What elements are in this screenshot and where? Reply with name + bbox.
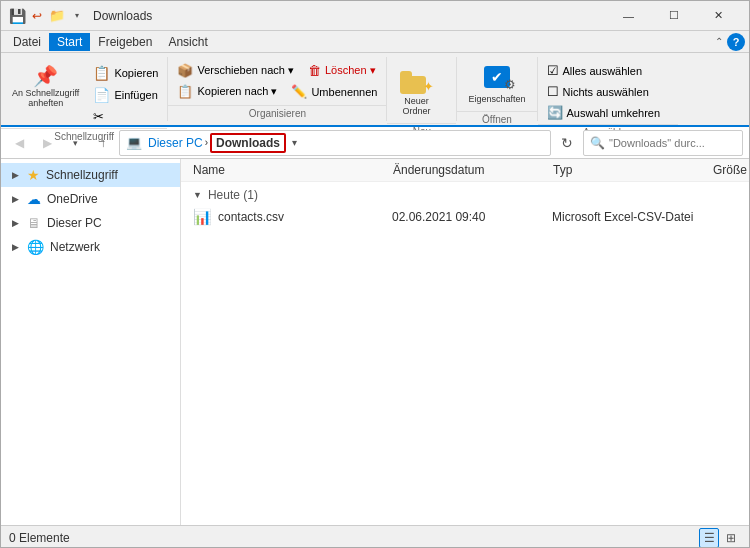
filelist: Name Änderungsdatum Typ Größe ▼ Heute (1… xyxy=(181,159,749,525)
col-header-type[interactable]: Typ xyxy=(553,163,713,177)
umbenennen-button[interactable]: ✏️ Umbenennen xyxy=(286,82,382,101)
menu-ansicht[interactable]: Ansicht xyxy=(160,33,215,51)
cloud-icon: ☁ xyxy=(27,191,41,207)
undo-icon: ↩ xyxy=(29,8,45,24)
verschieben-button[interactable]: 📦 Verschieben nach ▾ xyxy=(172,61,299,80)
sidebar-item-onedrive[interactable]: ▶ ☁ OneDrive xyxy=(1,187,180,211)
sidebar-label-netzwerk: Netzwerk xyxy=(50,240,100,254)
breadcrumb-dropdown-icon[interactable]: ▾ xyxy=(292,137,297,148)
eigenschaften-button[interactable]: ✔ ⚙ Eigenschaften xyxy=(461,61,532,109)
auswahl-umkehren-button[interactable]: 🔄 Auswahl umkehren xyxy=(542,103,674,122)
quick-save-icon: 💾 xyxy=(9,8,25,24)
details-view-button[interactable]: ☰ xyxy=(699,528,719,548)
sidebar-item-netzwerk[interactable]: ▶ 🌐 Netzwerk xyxy=(1,235,180,259)
dropdown-recent-button[interactable]: ▾ xyxy=(63,131,87,155)
sidebar-label-dieser-pc: Dieser PC xyxy=(47,216,102,230)
filelist-header: Name Änderungsdatum Typ Größe xyxy=(181,159,749,182)
breadcrumb-downloads[interactable]: Downloads xyxy=(210,133,286,153)
folder-icon-small: 📁 xyxy=(49,8,65,24)
sidebar-item-dieser-pc[interactable]: ▶ 🖥 Dieser PC xyxy=(1,211,180,235)
sidebar-item-schnellzugriff[interactable]: ▶ ★ Schnellzugriff xyxy=(1,163,180,187)
ribbon-group-label-oeffnen: Öffnen xyxy=(457,111,536,127)
back-button[interactable]: ◀ xyxy=(7,131,31,155)
menu-start[interactable]: Start xyxy=(49,33,90,51)
status-text: 0 Elemente xyxy=(9,531,70,545)
maximize-button[interactable]: ☐ xyxy=(651,1,696,31)
pc-icon-sidebar: 🖥 xyxy=(27,215,41,231)
nichts-auswaehlen-button[interactable]: ☐ Nichts auswählen xyxy=(542,82,674,101)
dropdown-arrow-icon[interactable]: ▾ xyxy=(69,8,85,24)
expand-icon-netzwerk: ▶ xyxy=(9,241,21,253)
ribbon-group-auswaehlen: ☑ Alles auswählen ☐ Nichts auswählen 🔄 A… xyxy=(538,57,678,121)
pc-icon: 💻 xyxy=(126,135,142,150)
ribbon-group-neu: ✦ NeuerOrdner Neu xyxy=(387,57,457,121)
ribbon-collapse-icon[interactable]: ⌃ xyxy=(715,36,723,47)
group-collapse-icon[interactable]: ▼ xyxy=(193,190,202,200)
view-icons: ☰ ⊞ xyxy=(699,528,741,548)
col-header-date[interactable]: Änderungsdatum xyxy=(393,163,553,177)
ribbon-group-label-organisieren: Organisieren xyxy=(168,105,386,121)
breadcrumb: 💻 Dieser PC › Downloads ▾ xyxy=(119,130,551,156)
star-icon: ★ xyxy=(27,167,40,183)
expand-icon-dieser-pc: ▶ xyxy=(9,217,21,229)
group-header-heute: ▼ Heute (1) xyxy=(181,182,749,204)
group-label-heute: Heute (1) xyxy=(208,188,258,202)
file-date-contacts: 02.06.2021 09:40 xyxy=(392,210,552,224)
col-header-name[interactable]: Name xyxy=(193,163,393,177)
minimize-button[interactable]: — xyxy=(606,1,651,31)
ribbon-group-organisieren: 📦 Verschieben nach ▾ 🗑 Löschen ▾ 📋 Kopie… xyxy=(168,57,387,121)
up-button[interactable]: ↑ xyxy=(91,131,115,155)
ribbon: 📌 An Schnellzugriffanheften 📋 Kopieren 📄… xyxy=(1,53,749,127)
sidebar-label-schnellzugriff: Schnellzugriff xyxy=(46,168,118,182)
einfuegen-button[interactable]: 📄 Einfügen xyxy=(88,85,163,105)
titlebar-title: Downloads xyxy=(93,9,606,23)
refresh-button[interactable]: ↻ xyxy=(555,131,579,155)
file-row-contacts[interactable]: 📊 contacts.csv 02.06.2021 09:40 Microsof… xyxy=(181,204,749,230)
csv-file-icon: 📊 xyxy=(193,207,212,227)
forward-button[interactable]: ▶ xyxy=(35,131,59,155)
network-icon: 🌐 xyxy=(27,239,44,255)
expand-icon-schnellzugriff: ▶ xyxy=(9,169,21,181)
col-header-size[interactable]: Größe xyxy=(713,163,749,177)
neuer-ordner-button[interactable]: ✦ NeuerOrdner xyxy=(391,61,441,121)
statusbar: 0 Elemente ☰ ⊞ xyxy=(1,525,749,548)
ausschneiden-button[interactable]: ✂ xyxy=(88,107,163,126)
file-type-contacts: Microsoft Excel-CSV-Datei xyxy=(552,210,712,224)
ribbon-group-schnellzugriff: 📌 An Schnellzugriffanheften 📋 Kopieren 📄… xyxy=(1,57,168,121)
close-button[interactable]: ✕ xyxy=(696,1,741,31)
main-content: ▶ ★ Schnellzugriff ▶ ☁ OneDrive ▶ 🖥 Dies… xyxy=(1,159,749,525)
expand-icon-onedrive: ▶ xyxy=(9,193,21,205)
menu-datei[interactable]: Datei xyxy=(5,33,49,51)
kopieren-nach-button[interactable]: 📋 Kopieren nach ▾ xyxy=(172,82,282,101)
titlebar-quick-access: 💾 ↩ 📁 ▾ xyxy=(9,8,85,24)
schnellzugriff-button[interactable]: 📌 An Schnellzugriffanheften xyxy=(5,61,86,113)
titlebar: 💾 ↩ 📁 ▾ Downloads — ☐ ✕ xyxy=(1,1,749,31)
search-icon: 🔍 xyxy=(590,136,605,150)
alles-auswaehlen-button[interactable]: ☑ Alles auswählen xyxy=(542,61,674,80)
sidebar-label-onedrive: OneDrive xyxy=(47,192,98,206)
sidebar: ▶ ★ Schnellzugriff ▶ ☁ OneDrive ▶ 🖥 Dies… xyxy=(1,159,181,525)
file-name-contacts: contacts.csv xyxy=(218,210,392,224)
search-box: 🔍 xyxy=(583,130,743,156)
search-input[interactable] xyxy=(609,137,747,149)
menu-freigeben[interactable]: Freigeben xyxy=(90,33,160,51)
breadcrumb-sep-1: › xyxy=(205,137,208,148)
kopieren-button[interactable]: 📋 Kopieren xyxy=(88,63,163,83)
file-size-contacts: 4 KB xyxy=(712,210,749,224)
menubar: Datei Start Freigeben Ansicht ⌃ ? xyxy=(1,31,749,53)
large-icons-view-button[interactable]: ⊞ xyxy=(721,528,741,548)
help-icon[interactable]: ? xyxy=(727,33,745,51)
loeschen-button[interactable]: 🗑 Löschen ▾ xyxy=(303,61,381,80)
titlebar-controls: — ☐ ✕ xyxy=(606,1,741,31)
addressbar: ◀ ▶ ▾ ↑ 💻 Dieser PC › Downloads ▾ ↻ 🔍 xyxy=(1,127,749,159)
breadcrumb-dieser-pc[interactable]: Dieser PC xyxy=(148,136,203,150)
ribbon-group-oeffnen: ✔ ⚙ Eigenschaften Öffnen xyxy=(457,57,537,121)
